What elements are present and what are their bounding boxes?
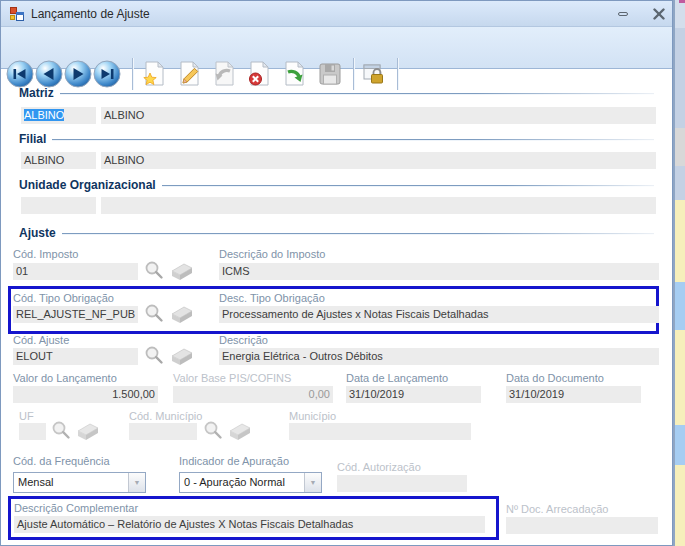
descricao-complementar-field[interactable]: Ajuste Automático – Relatório de Ajustes… xyxy=(14,516,485,533)
group-unidade-organizacional: Unidade Organizacional xyxy=(19,177,654,192)
num-doc-arrecadacao-label: Nº Doc. Arrecadação xyxy=(506,503,608,515)
first-record-icon xyxy=(6,60,34,88)
next-record-button[interactable] xyxy=(64,60,92,88)
desc-tipo-obrigacao-field[interactable]: Processamento de Ajustes x Notas Fiscais… xyxy=(219,306,659,323)
group-matriz: Matriz xyxy=(19,85,654,100)
eraser-icon xyxy=(169,302,195,326)
cod-imposto-field[interactable]: 01 xyxy=(13,263,138,280)
group-ajuste-label: Ajuste xyxy=(19,226,56,240)
group-ajuste: Ajuste xyxy=(19,225,654,240)
background-app-edge xyxy=(673,0,685,546)
lancamento-de-ajuste-window: Lançamento de Ajuste xyxy=(0,0,673,546)
cod-municipio-label: Cód. Município xyxy=(129,410,202,422)
magnifier-icon xyxy=(49,419,73,443)
group-line xyxy=(62,233,654,235)
eraser-icon xyxy=(169,344,195,368)
group-matriz-label: Matriz xyxy=(19,86,54,100)
eraser-icon xyxy=(169,259,195,283)
previous-record-icon xyxy=(35,60,63,88)
indicador-apuracao-label: Indicador de Apuração xyxy=(179,455,289,467)
cod-tipo-obrigacao-label: Cód. Tipo Obrigação xyxy=(13,292,114,304)
toolbar xyxy=(1,27,672,69)
previous-record-button[interactable] xyxy=(35,60,63,88)
data-documento-label: Data do Documento xyxy=(506,372,604,384)
eraser-icon xyxy=(227,419,253,443)
unidade-code-field[interactable] xyxy=(21,197,96,214)
matriz-name-field[interactable]: ALBINO xyxy=(101,107,656,124)
last-record-button[interactable] xyxy=(93,60,121,88)
magnifier-icon xyxy=(142,259,166,283)
cod-autorizacao-label: Cód. Autorização xyxy=(337,461,421,473)
chevron-down-icon[interactable]: ▼ xyxy=(128,473,145,492)
close-icon xyxy=(653,8,665,20)
lock-icon xyxy=(361,60,387,88)
group-filial-label: Filial xyxy=(19,132,46,146)
municipio-label: Município xyxy=(289,410,336,422)
desc-tipo-obrigacao-label: Desc. Tipo Obrigação xyxy=(219,292,325,304)
data-documento-field[interactable]: 31/10/2019 xyxy=(506,386,641,403)
close-button[interactable] xyxy=(649,6,669,22)
valor-base-pis-cofins-field: 0,00 xyxy=(173,386,333,403)
cod-ajuste-field[interactable]: ELOUT xyxy=(13,348,138,365)
matriz-code-field[interactable]: ALBINO xyxy=(21,107,96,124)
uf-label: UF xyxy=(19,410,34,422)
cod-tipo-obrigacao-field[interactable]: REL_AJUSTE_NF_PUB xyxy=(13,306,138,323)
valor-lancamento-field[interactable]: 1.500,00 xyxy=(13,386,158,403)
cod-municipio-search-button[interactable] xyxy=(201,419,227,445)
cod-frequencia-label: Cód. da Frequência xyxy=(13,455,110,467)
num-doc-arrecadacao-field xyxy=(506,517,658,534)
group-unidade-label: Unidade Organizacional xyxy=(19,178,156,192)
unidade-name-field[interactable] xyxy=(101,197,656,214)
minimize-icon xyxy=(618,12,628,16)
indicador-apuracao-value: 0 - Apuração Normal xyxy=(180,473,304,492)
filial-name-field[interactable]: ALBINO xyxy=(101,152,656,169)
municipio-field xyxy=(289,423,471,440)
cod-ajuste-search-button[interactable] xyxy=(142,344,168,370)
cod-frequencia-value: Mensal xyxy=(14,473,128,492)
save-floppy-icon xyxy=(317,60,343,88)
new-document-icon xyxy=(141,60,167,88)
first-record-button[interactable] xyxy=(6,60,34,88)
desc-imposto-field[interactable]: ICMS xyxy=(219,263,659,280)
delete-icon xyxy=(246,60,272,88)
filial-code-field[interactable]: ALBINO xyxy=(21,152,96,169)
window-title: Lançamento de Ajuste xyxy=(31,1,150,27)
cod-municipio-clear-button[interactable] xyxy=(227,419,253,445)
cod-municipio-field xyxy=(129,423,197,440)
magnifier-icon xyxy=(142,302,166,326)
minimize-button[interactable] xyxy=(613,6,633,22)
cod-frequencia-combo[interactable]: Mensal ▼ xyxy=(13,472,146,493)
data-lancamento-field[interactable]: 31/10/2019 xyxy=(346,386,481,403)
matriz-code-selected-text: ALBINO xyxy=(24,109,64,121)
descricao-label: Descrição xyxy=(219,334,268,346)
eraser-icon xyxy=(75,419,101,443)
group-line xyxy=(52,139,654,141)
magnifier-icon xyxy=(201,419,225,443)
chevron-down-icon[interactable]: ▼ xyxy=(304,473,321,492)
cod-imposto-search-button[interactable] xyxy=(142,259,168,285)
indicador-apuracao-combo[interactable]: 0 - Apuração Normal ▼ xyxy=(179,472,322,493)
cod-tipo-obrigacao-search-button[interactable] xyxy=(142,302,168,328)
group-line xyxy=(60,93,654,95)
cod-imposto-clear-button[interactable] xyxy=(169,259,195,285)
last-record-icon xyxy=(93,60,121,88)
uf-clear-button[interactable] xyxy=(75,419,101,445)
group-filial: Filial xyxy=(19,131,654,146)
descricao-field[interactable]: Energia Elétrica - Outros Débitos xyxy=(219,348,659,365)
cod-ajuste-clear-button[interactable] xyxy=(169,344,195,370)
cod-autorizacao-field xyxy=(337,475,467,492)
cod-ajuste-label: Cód. Ajuste xyxy=(13,334,69,346)
titlebar[interactable]: Lançamento de Ajuste xyxy=(1,1,672,27)
valor-lancamento-label: Valor do Lançamento xyxy=(13,372,117,384)
desc-imposto-label: Descrição do Imposto xyxy=(219,248,325,260)
cod-tipo-obrigacao-clear-button[interactable] xyxy=(169,302,195,328)
valor-base-pis-cofins-label: Valor Base PIS/COFINS xyxy=(173,372,291,384)
uf-search-button[interactable] xyxy=(49,419,75,445)
green-arrow-icon xyxy=(281,60,307,88)
next-record-icon xyxy=(64,60,92,88)
data-lancamento-label: Data de Lançamento xyxy=(346,372,448,384)
desktop: Lançamento de Ajuste xyxy=(0,0,685,546)
app-icon xyxy=(9,6,25,22)
magnifier-icon xyxy=(142,344,166,368)
descricao-complementar-label: Descrição Complementar xyxy=(14,502,138,514)
